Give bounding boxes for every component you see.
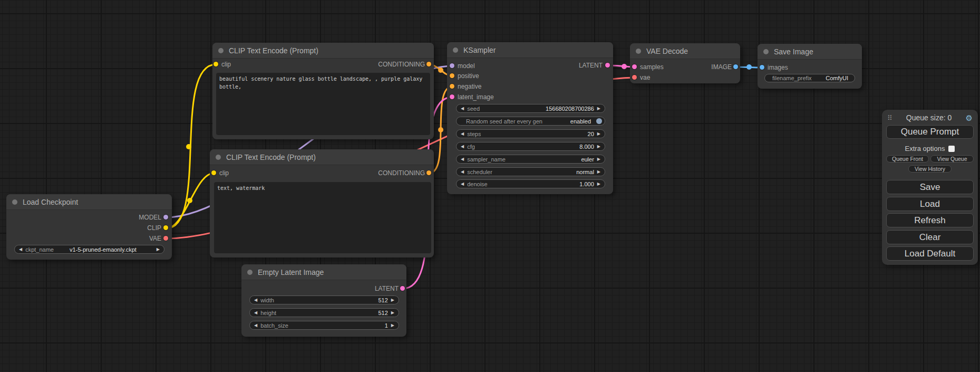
widget-label: width (260, 297, 274, 303)
load-default-button[interactable]: Load Default (886, 246, 974, 261)
cfg-widget[interactable]: ◀ cfg 8.000 ▶ (456, 142, 605, 151)
view-queue-button[interactable]: View Queue (930, 155, 974, 163)
stepper-left-icon[interactable]: ◀ (461, 157, 464, 161)
output-port-vae[interactable] (163, 236, 168, 241)
collapse-dot-icon[interactable] (763, 49, 769, 54)
input-port-vae[interactable] (632, 75, 637, 80)
widget-value: 512 (378, 310, 387, 316)
input-label-model: model (458, 62, 475, 70)
stepper-right-icon[interactable]: ▶ (391, 298, 394, 302)
comfyui-canvas[interactable]: { "colors": { "model": "#b39ddb", "clip"… (0, 0, 980, 372)
stepper-right-icon[interactable]: ▶ (391, 323, 394, 328)
queue-size-label: Queue size: 0 (906, 113, 952, 122)
load-button[interactable]: Load (886, 197, 974, 211)
stepper-right-icon[interactable]: ▶ (597, 145, 600, 149)
node-clip-text-encode-negative[interactable]: CLIP Text Encode (Prompt) clip CONDITION… (210, 149, 434, 257)
node-title-bar[interactable]: CLIP Text Encode (Prompt) (210, 149, 434, 165)
collapse-dot-icon[interactable] (247, 270, 253, 275)
input-label-negative: negative (458, 83, 481, 90)
collapse-dot-icon[interactable] (216, 155, 221, 160)
clear-button[interactable]: Clear (886, 230, 974, 244)
queue-front-button[interactable]: Queue Front (886, 155, 929, 163)
toggle-on-icon[interactable] (596, 118, 602, 124)
extra-options-label: Extra options (905, 145, 945, 152)
stepper-right-icon[interactable]: ▶ (597, 107, 600, 111)
input-port-clip[interactable] (211, 170, 216, 175)
stepper-left-icon[interactable]: ◀ (254, 311, 257, 315)
stepper-left-icon[interactable]: ◀ (254, 323, 257, 328)
input-port-positive[interactable] (450, 73, 454, 78)
output-label-conditioning: CONDITIONING (378, 169, 425, 177)
collapse-dot-icon[interactable] (453, 47, 458, 53)
input-port-samples[interactable] (632, 64, 637, 69)
batch-size-widget[interactable]: ◀ batch_size 1 ▶ (249, 321, 399, 330)
filename-prefix-widget[interactable]: filename_prefix ComfyUI (764, 74, 855, 82)
queue-prompt-button[interactable]: Queue Prompt (886, 125, 974, 139)
collapse-dot-icon[interactable] (218, 48, 224, 53)
prompt-textarea[interactable]: beautiful scenery nature glass bottle la… (216, 73, 430, 135)
sampler-name-widget[interactable]: ◀ sampler_name euler ▶ (456, 155, 605, 164)
widget-value: normal (576, 169, 594, 175)
input-port-images[interactable] (760, 65, 764, 70)
node-title-bar[interactable]: Empty Latent Image (241, 264, 406, 280)
stepper-left-icon[interactable]: ◀ (461, 107, 464, 111)
denoise-widget[interactable]: ◀ denoise 1.000 ▶ (456, 179, 605, 188)
widget-value: 156680208700286 (546, 106, 594, 112)
prompt-textarea[interactable]: text, watermark (214, 182, 431, 253)
output-port-clip[interactable] (163, 225, 168, 230)
stepper-right-icon[interactable]: ▶ (597, 170, 600, 174)
stepper-right-icon[interactable]: ▶ (597, 182, 600, 186)
refresh-button[interactable]: Refresh (886, 213, 974, 227)
input-port-latent-image[interactable] (450, 94, 454, 99)
node-empty-latent-image[interactable]: Empty Latent Image LATENT ◀ width 512 ▶ … (241, 264, 406, 337)
height-widget[interactable]: ◀ height 512 ▶ (249, 308, 399, 317)
node-title-bar[interactable]: KSampler (447, 42, 613, 58)
random-seed-toggle[interactable]: Random seed after every gen enabled (456, 117, 605, 126)
stepper-left-icon[interactable]: ◀ (461, 182, 464, 186)
stepper-right-icon[interactable]: ▶ (391, 311, 394, 315)
view-history-button[interactable]: View History (908, 165, 952, 173)
stepper-left-icon[interactable]: ◀ (461, 132, 464, 136)
node-save-image[interactable]: Save Image images filename_prefix ComfyU… (758, 44, 862, 89)
stepper-left-icon[interactable]: ◀ (19, 247, 22, 252)
input-port-negative[interactable] (450, 84, 454, 89)
output-port-conditioning[interactable] (426, 170, 431, 175)
output-label-image: IMAGE (711, 63, 732, 71)
collapse-dot-icon[interactable] (12, 199, 17, 205)
node-clip-text-encode-positive[interactable]: CLIP Text Encode (Prompt) clip CONDITION… (212, 43, 434, 139)
extra-options-checkbox[interactable] (948, 146, 955, 152)
stepper-left-icon[interactable]: ◀ (254, 298, 257, 302)
output-port-conditioning[interactable] (426, 62, 431, 66)
stepper-right-icon[interactable]: ▶ (157, 247, 160, 252)
node-load-checkpoint[interactable]: Load Checkpoint MODEL CLIP VAE ◀ ckpt_na… (6, 194, 172, 260)
seed-widget[interactable]: ◀ seed 156680208700286 ▶ (456, 104, 605, 113)
node-title-bar[interactable]: CLIP Text Encode (Prompt) (212, 43, 434, 59)
gear-icon[interactable]: ⚙ (966, 114, 973, 122)
width-widget[interactable]: ◀ width 512 ▶ (249, 295, 399, 304)
node-ksampler[interactable]: KSampler model positive negative latent_… (447, 42, 613, 194)
node-title-bar[interactable]: Save Image (758, 44, 862, 60)
drag-handle-icon[interactable]: ⠿ (887, 115, 892, 121)
output-port-image[interactable] (733, 64, 738, 69)
ckpt-name-widget[interactable]: ◀ ckpt_name v1-5-pruned-emaonly.ckpt ▶ (14, 245, 164, 254)
stepper-right-icon[interactable]: ▶ (597, 157, 600, 161)
output-port-latent[interactable] (400, 286, 405, 291)
stepper-right-icon[interactable]: ▶ (597, 132, 600, 136)
save-button[interactable]: Save (886, 180, 974, 194)
input-label-images: images (768, 64, 788, 71)
output-port-model[interactable] (163, 215, 168, 220)
input-port-model[interactable] (450, 63, 454, 68)
widget-value: 8.000 (579, 144, 594, 150)
input-port-clip[interactable] (214, 62, 218, 66)
scheduler-widget[interactable]: ◀ scheduler normal ▶ (456, 167, 605, 176)
node-title-bar[interactable]: VAE Decode (630, 43, 740, 59)
node-title-bar[interactable]: Load Checkpoint (6, 194, 172, 210)
collapse-dot-icon[interactable] (636, 49, 641, 54)
stepper-left-icon[interactable]: ◀ (461, 145, 464, 149)
steps-widget[interactable]: ◀ steps 20 ▶ (456, 129, 605, 138)
widget-value: 512 (378, 297, 387, 303)
output-port-latent[interactable] (605, 63, 610, 68)
node-vae-decode[interactable]: VAE Decode samples vae IMAGE (630, 43, 740, 83)
widget-value: ComfyUI (826, 75, 848, 81)
stepper-left-icon[interactable]: ◀ (461, 170, 464, 174)
